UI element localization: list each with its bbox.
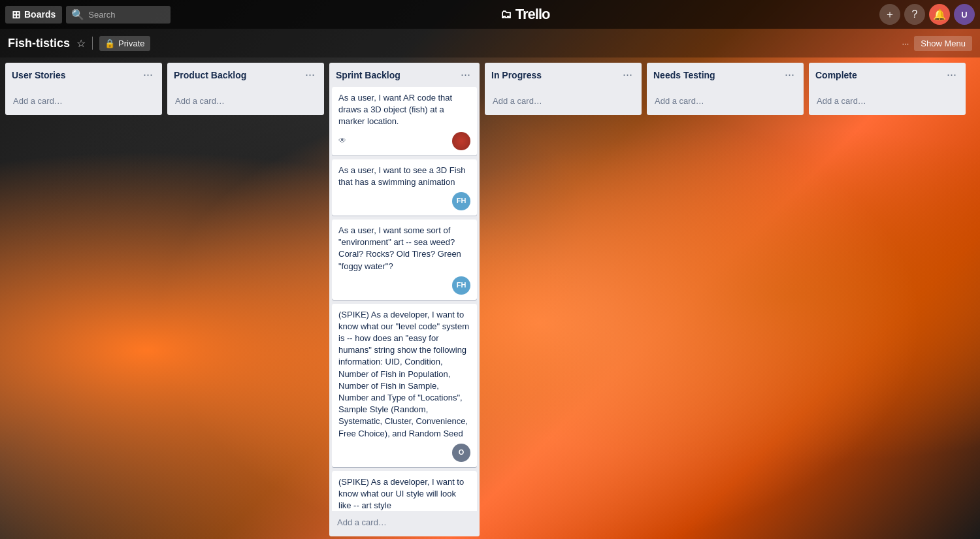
card-level-code[interactable]: (SPIKE) As a developer, I want to know w…	[332, 304, 477, 467]
column-title-user-stories: User Stories	[12, 70, 65, 80]
card-text: (SPIKE) As a developer, I want to know w…	[338, 477, 464, 510]
column-title-in-progress: In Progress	[491, 70, 542, 80]
card-environment-art[interactable]: As a user, I want some sort of "environm…	[332, 220, 477, 300]
column-menu-in-progress[interactable]: ···	[620, 68, 635, 82]
trello-logo-text: Trello	[515, 6, 550, 23]
lock-icon: 🔒	[105, 39, 115, 48]
eye-icon: 👁	[338, 135, 346, 146]
boards-button[interactable]: ⊞ Boards	[5, 6, 62, 24]
trello-logo-icon: 🗂	[500, 8, 512, 22]
search-input[interactable]	[88, 10, 167, 20]
column-menu-product-backlog[interactable]: ···	[302, 68, 318, 82]
board-titlebar-left: Fish-tistics ☆ 🔒 Private	[8, 36, 150, 51]
topbar-center: 🗂 Trello	[174, 6, 875, 23]
column-footer-complete: Add a card…	[809, 90, 966, 115]
topbar-right: ＋ ? 🔔 U	[879, 4, 975, 25]
column-header-product-backlog: Product Backlog ···	[167, 63, 324, 87]
trello-logo: 🗂 Trello	[500, 6, 550, 23]
card-avatar	[452, 132, 470, 150]
column-user-stories: User Stories ··· Add a card…	[5, 63, 162, 115]
card-avatars: FH	[452, 276, 470, 295]
search-bar[interactable]: 🔍	[66, 6, 171, 24]
column-footer-user-stories: Add a card…	[5, 90, 162, 115]
grid-icon: ⊞	[12, 8, 20, 21]
column-needs-testing: Needs Testing ··· Add a card…	[647, 63, 804, 115]
card-avatars	[452, 132, 470, 150]
card-avatar-o: O	[452, 444, 470, 462]
show-menu-label: Show Menu	[921, 39, 966, 48]
privacy-label: Private	[118, 39, 144, 48]
card-text: As a user, I want to see a 3D Fish that …	[338, 165, 465, 187]
card-avatars: O	[452, 444, 470, 462]
card-meta: FH	[338, 192, 470, 210]
column-footer-sprint-backlog: Add a card…	[329, 511, 480, 536]
column-complete: Complete ··· Add a card…	[809, 63, 966, 115]
add-card-complete[interactable]: Add a card…	[811, 92, 963, 110]
privacy-button[interactable]: 🔒 Private	[99, 36, 150, 51]
card-text: As a user, I want AR code that draws a 3…	[338, 93, 452, 126]
column-cards-sprint-backlog: As a user, I want AR code that draws a 3…	[329, 87, 480, 511]
column-header-user-stories: User Stories ···	[5, 63, 162, 87]
columns-area: User Stories ··· Add a card… Product Bac…	[0, 57, 980, 539]
info-button[interactable]: ?	[904, 4, 925, 25]
add-button[interactable]: ＋	[879, 4, 900, 25]
board-titlebar-right: ··· Show Menu	[902, 36, 973, 51]
add-card-sprint-backlog[interactable]: Add a card…	[332, 514, 477, 531]
column-menu-needs-testing[interactable]: ···	[782, 68, 797, 82]
card-meta: FH	[338, 276, 470, 295]
add-card-in-progress[interactable]: Add a card…	[487, 92, 639, 110]
column-title-needs-testing: Needs Testing	[653, 70, 715, 80]
card-ar-code[interactable]: As a user, I want AR code that draws a 3…	[332, 87, 477, 155]
column-title-product-backlog: Product Backlog	[174, 70, 246, 80]
card-avatars: FH	[452, 192, 470, 210]
card-text: (SPIKE) As a developer, I want to know w…	[338, 310, 469, 438]
board-title: Fish-tistics	[8, 37, 70, 50]
card-ui-style[interactable]: (SPIKE) As a developer, I want to know w…	[332, 471, 477, 511]
add-card-user-stories[interactable]: Add a card…	[8, 92, 159, 110]
column-menu-user-stories[interactable]: ···	[140, 68, 155, 82]
column-header-sprint-backlog: Sprint Backlog ···	[329, 63, 480, 87]
search-icon: 🔍	[71, 8, 84, 21]
boards-label: Boards	[24, 9, 56, 20]
topbar: ⊞ Boards 🔍 🗂 Trello ＋ ? 🔔 U	[0, 0, 980, 29]
ellipsis-icon: ···	[902, 39, 909, 48]
card-text: As a user, I want some sort of "environm…	[338, 225, 461, 271]
column-menu-sprint-backlog[interactable]: ···	[458, 68, 473, 82]
card-meta: O	[338, 444, 470, 462]
column-footer-product-backlog: Add a card…	[167, 90, 324, 115]
column-product-backlog: Product Backlog ··· Add a card…	[167, 63, 324, 115]
column-in-progress: In Progress ··· Add a card…	[485, 63, 642, 115]
divider	[92, 37, 93, 50]
column-title-complete: Complete	[815, 70, 857, 80]
column-title-sprint-backlog: Sprint Backlog	[336, 70, 400, 80]
card-icons: 👁	[338, 135, 346, 146]
user-avatar-button[interactable]: U	[954, 4, 975, 25]
column-footer-in-progress: Add a card…	[485, 90, 642, 115]
card-avatar-fh: FH	[452, 192, 470, 210]
card-meta: 👁	[338, 132, 470, 150]
star-icon[interactable]: ☆	[76, 37, 86, 50]
column-footer-needs-testing: Add a card…	[647, 90, 804, 115]
column-sprint-backlog: Sprint Backlog ··· As a user, I want AR …	[329, 63, 480, 536]
show-menu-button[interactable]: Show Menu	[914, 36, 972, 51]
add-card-product-backlog[interactable]: Add a card…	[170, 92, 321, 110]
column-header-needs-testing: Needs Testing ···	[647, 63, 804, 87]
column-header-complete: Complete ···	[809, 63, 966, 87]
column-menu-complete[interactable]: ···	[944, 68, 959, 82]
add-card-needs-testing[interactable]: Add a card…	[649, 92, 801, 110]
card-3d-fish[interactable]: As a user, I want to see a 3D Fish that …	[332, 159, 477, 216]
board-titlebar: Fish-tistics ☆ 🔒 Private ··· Show Menu	[0, 29, 980, 57]
notification-button[interactable]: 🔔	[929, 4, 950, 25]
card-avatar-fh2: FH	[452, 276, 470, 295]
column-header-in-progress: In Progress ···	[485, 63, 642, 87]
